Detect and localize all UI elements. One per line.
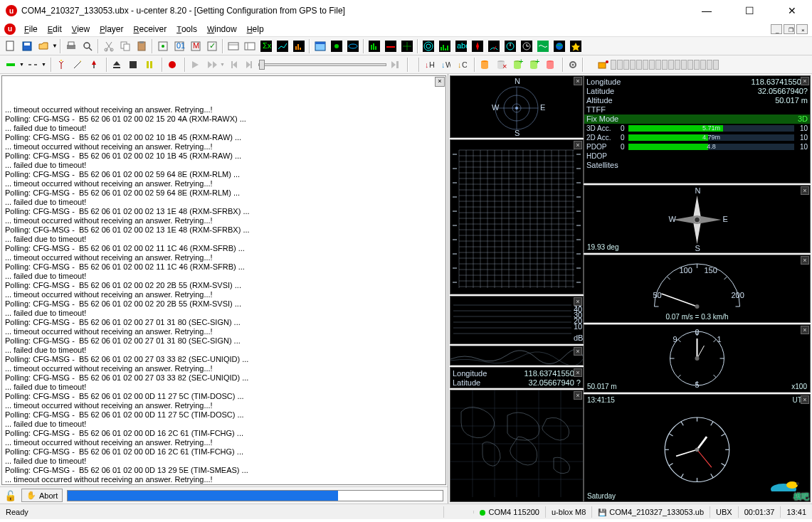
play-button[interactable]	[187, 57, 203, 73]
svg-rect-23	[245, 43, 255, 50]
print-preview-button[interactable]	[80, 38, 95, 54]
view-data[interactable]: abc	[453, 38, 469, 54]
panel-close[interactable]: ×	[574, 368, 582, 377]
progress-slider[interactable]	[258, 63, 386, 66]
altimeter-panel[interactable]: × 0 1 5 9 50.017 m	[584, 324, 811, 393]
menu-player[interactable]: Player	[95, 23, 127, 36]
grid-panel[interactable]: ×	[450, 139, 584, 294]
data-panel[interactable]: × Longitude118.63741550 ? Latitude32.056…	[584, 75, 811, 183]
menu-view[interactable]: View	[68, 23, 94, 36]
copy-button[interactable]	[117, 38, 133, 54]
open-button[interactable]	[36, 38, 51, 54]
new-button[interactable]	[3, 38, 19, 54]
win-4[interactable]	[367, 38, 382, 54]
log-close-button[interactable]: ×	[435, 77, 445, 87]
sky-compass-panel[interactable]: × N S W E	[450, 75, 584, 138]
wand-icon[interactable]	[70, 57, 85, 73]
mdi-min-button[interactable]: _	[771, 24, 782, 34]
compass-panel[interactable]: × N S W E 19.93 deg	[584, 185, 811, 253]
step-button[interactable]	[204, 57, 219, 73]
view-world[interactable]	[552, 38, 567, 54]
win-1[interactable]	[312, 38, 328, 54]
menu-window[interactable]: Window	[203, 23, 241, 36]
connect-button[interactable]	[3, 57, 19, 73]
tool-3[interactable]: M	[188, 38, 204, 54]
paste-button[interactable]	[134, 38, 149, 54]
horizon-panel[interactable]: ×	[450, 346, 584, 366]
launch-icon[interactable]	[86, 57, 102, 73]
meter-icon[interactable]	[595, 57, 611, 73]
menu-help[interactable]: Help	[243, 23, 268, 36]
view-a[interactable]	[226, 38, 241, 54]
db-3-icon[interactable]: +	[510, 57, 525, 73]
db-1-icon[interactable]	[477, 57, 492, 73]
panel-close[interactable]: ×	[574, 297, 582, 306]
gear-icon[interactable]	[565, 57, 581, 73]
eject-button[interactable]	[109, 57, 125, 73]
mdi-close-button[interactable]: ×	[796, 24, 808, 34]
menu-receiver[interactable]: Receiver	[130, 23, 172, 36]
marker-h[interactable]: ↓H	[421, 57, 437, 73]
view-speed[interactable]	[486, 38, 502, 54]
view-d[interactable]	[275, 38, 290, 54]
view-e[interactable]	[291, 38, 307, 54]
mdi-restore-button[interactable]: ❐	[784, 24, 795, 34]
end-button[interactable]	[387, 57, 403, 73]
svg-rect-41	[375, 46, 376, 50]
panel-close[interactable]: ×	[801, 256, 809, 265]
maximize-button[interactable]: ☐	[735, 5, 764, 16]
panel-close[interactable]: ×	[801, 395, 809, 404]
view-map[interactable]	[535, 38, 551, 54]
abort-button[interactable]: Abort	[21, 489, 63, 502]
tool-1[interactable]	[155, 38, 171, 54]
menu-file[interactable]: File	[20, 23, 42, 36]
log-window[interactable]: × ... timeout occurred without receiving…	[1, 75, 446, 485]
view-b[interactable]	[242, 38, 258, 54]
skip-fwd-button[interactable]	[242, 57, 258, 73]
speedometer-panel[interactable]: × 50 100 150 200 0.07 m/s = 0.3 km/h	[584, 255, 811, 323]
view-alt[interactable]	[502, 38, 518, 54]
print-button[interactable]	[63, 38, 79, 54]
geo-panel[interactable]: × Longitude118.63741550 ? Latitude32.056…	[450, 367, 584, 388]
lock-icon[interactable]: 🔓	[4, 490, 17, 501]
marker-w[interactable]: ↓W	[438, 57, 453, 73]
marker-c[interactable]: ↓C	[454, 57, 470, 73]
tool-2[interactable]: 01	[172, 38, 187, 54]
stop-button[interactable]	[125, 57, 141, 73]
view-bars[interactable]	[437, 38, 453, 54]
db-5-icon[interactable]	[542, 57, 558, 73]
tool-4[interactable]: ✓	[204, 38, 220, 54]
view-extra[interactable]	[568, 38, 584, 54]
view-clock[interactable]	[519, 38, 534, 54]
panel-close[interactable]: ×	[574, 77, 582, 85]
db-2-icon[interactable]: ×	[493, 57, 509, 73]
disconnect-button[interactable]	[25, 57, 41, 73]
win-2[interactable]	[329, 38, 344, 54]
close-button[interactable]: ✕	[778, 5, 806, 16]
panel-close[interactable]: ×	[574, 391, 582, 400]
panel-close[interactable]: ×	[574, 347, 582, 356]
view-c[interactable]: Σx	[258, 38, 274, 54]
world-map-panel[interactable]: ×	[450, 390, 584, 502]
view-compass[interactable]	[470, 38, 485, 54]
menu-edit[interactable]: Edit	[43, 23, 66, 36]
menu-tools[interactable]: Tools	[172, 23, 201, 36]
skip-back-button[interactable]	[226, 57, 241, 73]
antenna-icon[interactable]	[53, 57, 69, 73]
minimize-button[interactable]: —	[692, 5, 721, 16]
record-button[interactable]	[164, 57, 180, 73]
signal-bars-panel[interactable]: × 50 40 30 20 10 dB	[450, 296, 584, 344]
panel-close[interactable]: ×	[801, 326, 809, 334]
save-button[interactable]	[19, 38, 35, 54]
panel-close[interactable]: ×	[801, 77, 809, 85]
clock-panel[interactable]: × 13:41:15 UTC Saturday	[584, 394, 811, 502]
view-sky[interactable]	[421, 38, 436, 54]
panel-close[interactable]: ×	[801, 186, 809, 195]
win-3[interactable]	[345, 38, 361, 54]
db-4-icon[interactable]: +	[526, 57, 542, 73]
pause-button[interactable]	[142, 57, 157, 73]
cut-button[interactable]	[101, 38, 117, 54]
win-5[interactable]	[383, 38, 399, 54]
win-6[interactable]	[399, 38, 415, 54]
panel-close[interactable]: ×	[574, 141, 582, 149]
